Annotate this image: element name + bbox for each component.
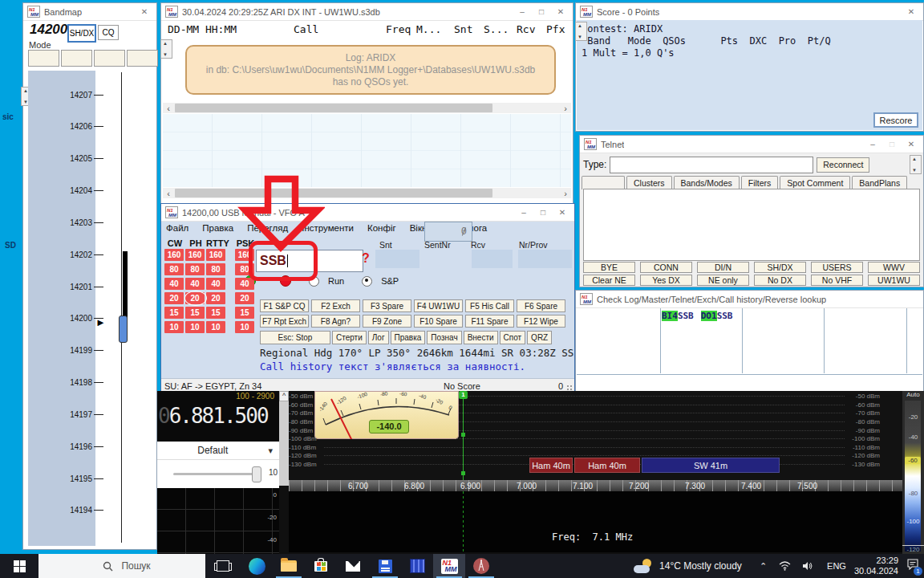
log-column-header[interactable]: Pfx [546,23,565,35]
band-segment[interactable]: Ham 40m [574,458,640,473]
task-view-button[interactable] [205,554,241,578]
weather-text[interactable]: 14°C Mostly cloudy [659,560,742,572]
mail-taskbar-button[interactable] [337,554,369,578]
taskbar-search[interactable]: Пошук [38,554,205,578]
telnet-titlebar[interactable]: Telnet [580,136,923,153]
fkey-button[interactable]: F4 UW1WU [414,299,463,312]
winrar-taskbar-button[interactable] [401,554,433,578]
fkey-button[interactable]: F12 Wipe [517,315,565,328]
save-app-taskbar-button[interactable] [369,554,401,578]
minimize-icon[interactable] [516,206,532,220]
sentnr-field[interactable]: 0 [424,222,472,242]
profile-dropdown[interactable]: Default [157,442,279,460]
log-titlebar[interactable]: 30.04.2024 20:29:25Z ARI DX INT - UW1WU.… [161,3,573,21]
band-button[interactable]: 80 [164,263,184,275]
telnet-command-input[interactable] [610,157,813,173]
band-button[interactable]: 40 [235,278,254,290]
explorer-taskbar-button[interactable] [273,554,305,578]
band-segment[interactable]: Ham 40m [529,458,573,473]
band-button[interactable]: 40 [164,278,184,290]
log-column-header[interactable]: M... [416,23,441,35]
cq-button[interactable]: CQ [98,25,119,40]
close-icon[interactable] [553,5,569,19]
check-titlebar[interactable]: Check Log/Master/Telnet/Exch/Call histor… [576,291,923,308]
tab-blank[interactable] [582,176,625,189]
menu-item[interactable]: Конфіг [367,223,396,233]
resize-grip[interactable] [566,385,573,391]
fkey-button[interactable]: F1 S&P CQ [260,299,309,312]
mode-box[interactable] [28,50,59,67]
language-indicator[interactable]: ENG [827,561,846,571]
telnet-spinner[interactable] [910,155,922,174]
log-column-header[interactable]: S... [484,23,509,35]
sdr-frequency-display[interactable]: 06.881.500 [158,404,268,428]
band-button[interactable]: 10 [164,321,184,333]
action-button[interactable]: Внести [464,331,498,344]
fkey-button[interactable]: F9 Zone [363,315,411,328]
telnet-tab[interactable]: BandPlans [852,176,907,189]
tray-expand-icon[interactable]: ⌃ [760,561,767,572]
log-column-header[interactable]: Rcv [517,23,535,35]
radio-app-taskbar-button[interactable] [465,554,497,578]
band-button[interactable]: 20 [235,292,254,304]
fkey-button[interactable]: F7 Rpt Exch [260,315,309,328]
nrprov-field[interactable] [518,250,572,268]
telnet-button[interactable]: DI/N [697,262,749,273]
telnet-tab[interactable]: Filters [741,176,779,189]
minimize-icon[interactable] [865,137,881,152]
maximize-icon[interactable] [884,137,900,152]
start-button[interactable] [0,554,38,578]
volume-slider-handle[interactable] [252,466,261,482]
volume-icon[interactable] [802,561,813,571]
band-button[interactable]: 10 [185,321,205,333]
rcv-field[interactable] [472,250,513,268]
bandmap-titlebar[interactable]: Bandmap [23,3,156,21]
action-button[interactable]: Стерти [332,331,367,344]
telnet-tab[interactable]: Bands/Modes [674,176,740,189]
action-button[interactable]: Познач [427,331,461,344]
fkey-button[interactable]: F2 Exch [311,299,360,312]
band-button[interactable]: 20 [206,292,225,304]
clock[interactable]: 23:2930.04.2024 [854,556,898,576]
scrollbar-thumb[interactable] [175,189,492,197]
close-icon[interactable] [903,5,919,19]
band-button[interactable]: 20 [164,292,184,304]
telnet-button[interactable]: WWV [868,262,920,273]
sp-radio[interactable] [362,276,372,287]
telnet-button[interactable]: CONN [640,262,692,273]
fkey-button[interactable]: F3 Spare [363,299,411,312]
action-button[interactable]: QRZ [527,331,552,344]
check-call[interactable]: DO1SSB [701,311,733,321]
telnet-button[interactable]: UW1WU [868,275,920,286]
entry-titlebar[interactable]: 14200,00 USB Manual - VFO A [161,204,574,222]
rf-spectrum-panel[interactable]: -50 dBm-50 dBm-60 dBm-60 dBm-70 dBm-70 d… [289,391,902,480]
maximize-icon[interactable] [535,206,551,220]
bandmap-vfo-handle[interactable] [119,315,128,343]
wifi-icon[interactable] [779,561,791,571]
log-spinner[interactable] [160,39,172,59]
close-icon[interactable] [903,137,919,152]
action-button[interactable]: Лог [368,331,389,344]
action-button[interactable]: Esc: Stop [260,331,330,344]
fkey-button[interactable]: F5 His Call [465,299,514,312]
waterfall-panel[interactable]: Freq: 7.1 MHz [289,491,902,552]
fkey-button[interactable]: F6 Spare [517,299,565,312]
reconnect-button[interactable]: Reconnect [817,157,869,173]
log-column-header[interactable]: DD-MM HH:MM [168,23,237,35]
telnet-button[interactable]: SH/DX [754,262,806,273]
band-button[interactable]: 15 [235,307,254,319]
mode-box[interactable] [127,50,158,67]
menu-item[interactable]: Файл [166,223,188,233]
notification-button[interactable]: 1 [906,559,919,573]
minimize-icon[interactable] [514,5,530,19]
band-button[interactable]: 40 [206,278,225,290]
band-button[interactable]: 160 [185,249,205,261]
frequency-axis[interactable]: 6.7006.8006.9007.0007.1007.2007.3007.400… [289,480,902,491]
band-button[interactable]: 15 [185,307,205,319]
sdr-scrollbar[interactable] [279,391,289,486]
log-hscrollbar[interactable] [163,188,571,198]
volume-slider-track[interactable] [173,473,257,475]
log-column-header[interactable]: Snt [454,23,472,35]
telnet-button[interactable]: Yes DX [640,275,692,286]
rescore-button[interactable]: Rescore [873,112,918,128]
